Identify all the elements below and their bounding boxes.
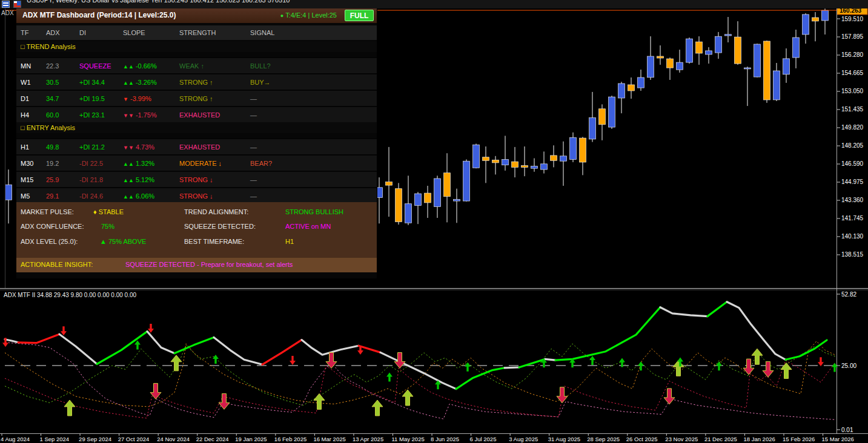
svg-text:19 Jan 2025: 19 Jan 2025 xyxy=(235,436,267,442)
up-signal-arrow-icon xyxy=(638,361,644,370)
dashboard-title: ADX MTF Dashboard (Period:14 | Level:25.… xyxy=(22,11,176,19)
cell-signal: — xyxy=(250,143,257,151)
cell-slope: ▲▲ -3.26% xyxy=(123,79,157,86)
col-header-strength: STRENGTH xyxy=(179,29,216,36)
svg-text:157.895: 157.895 xyxy=(841,33,864,40)
cell-slope: ▼▼ -1.75% xyxy=(123,111,157,119)
up-signal-arrow-icon xyxy=(171,355,182,371)
cell-tf: M30 xyxy=(21,160,33,167)
slope-triangle-icon: ▼ xyxy=(123,96,128,102)
slope-triangle-icon: ▼▼ xyxy=(123,145,134,151)
svg-text:16 Feb 2025: 16 Feb 2025 xyxy=(274,436,306,442)
full-mode-button[interactable]: FULL xyxy=(345,10,374,21)
svg-text:21 Dec 2025: 21 Dec 2025 xyxy=(704,436,737,442)
cell-di: -DI 24.6 xyxy=(79,192,103,200)
dashboard-table-body: □ TREND AnalysisMN22.3SQUEEZE▲▲ -0.66%WE… xyxy=(16,41,377,203)
svg-text:22 Dec 2024: 22 Dec 2024 xyxy=(196,436,229,442)
adx-level-value: ▲ 75% ABOVE xyxy=(100,238,146,245)
svg-text:31 Aug 2025: 31 Aug 2025 xyxy=(548,436,580,442)
up-signal-arrow-icon xyxy=(213,355,219,364)
adx-level-label: ADX LEVEL (25.0): xyxy=(21,238,78,245)
slope-triangle-icon: ▲▲ xyxy=(123,64,134,70)
adx-confluence-label: ADX CONFLUENCE: xyxy=(21,223,84,230)
svg-text:6 Jul 2025: 6 Jul 2025 xyxy=(470,436,497,442)
slope-triangle-icon: ▲▲ xyxy=(123,177,134,183)
cell-slope: ▼▼ 4.73% xyxy=(123,143,154,151)
svg-text:8 Jun 2025: 8 Jun 2025 xyxy=(431,436,459,442)
cell-adx: 25.9 xyxy=(46,176,59,183)
trend-alignment-label: TREND ALIGNMENT: xyxy=(184,208,248,215)
svg-text:28 Sep 2025: 28 Sep 2025 xyxy=(587,436,620,442)
down-signal-arrow-icon xyxy=(148,324,154,333)
chart-title-text: USDJPY, Weekly: US Dollar vs Japanese Ye… xyxy=(27,0,290,4)
svg-text:18 Jan 2026: 18 Jan 2026 xyxy=(743,436,775,442)
svg-text:15 Mar 2026: 15 Mar 2026 xyxy=(822,436,854,442)
status-text: T:4/E:4 | Level:25 xyxy=(285,11,337,19)
up-signal-arrow-icon xyxy=(402,390,413,405)
svg-text:27 Oct 2024: 27 Oct 2024 xyxy=(118,436,150,442)
dashboard-summary-panel: MARKET PULSE: ♦ STABLE ADX CONFLUENCE: 7… xyxy=(16,202,377,258)
cell-adx: 34.7 xyxy=(46,95,59,102)
table-row-m15: M1525.9-DI 21.8▲▲ 5.12%STRONG ↓— xyxy=(16,171,377,187)
cell-di: +DI 19.5 xyxy=(79,95,105,102)
up-signal-arrow-icon xyxy=(314,393,325,409)
svg-text:151.435: 151.435 xyxy=(841,106,864,113)
table-row-m30: M3019.2-DI 22.5▲▲ 1.32%MODERATE ↓BEAR? xyxy=(16,154,377,171)
dashboard-header: ADX MTF Dashboard (Period:14 | Level:25.… xyxy=(16,8,377,23)
section-icon: □ TREND Analysis xyxy=(21,43,76,50)
cell-strength: STRONG ↓ xyxy=(179,192,213,200)
svg-text:143.360: 143.360 xyxy=(841,197,864,203)
col-header-di: DI xyxy=(79,29,86,36)
cell-tf: H4 xyxy=(21,111,29,119)
cell-adx: 60.0 xyxy=(46,111,59,119)
window-title-bar: USDJPY, Weekly: US Dollar vs Japanese Ye… xyxy=(0,0,868,8)
cell-strength: EXHAUSTED xyxy=(179,143,220,151)
cell-strength: MODERATE ↓ xyxy=(179,160,222,167)
svg-text:13 Apr 2025: 13 Apr 2025 xyxy=(353,436,383,442)
cell-signal: BULL? xyxy=(250,62,271,70)
best-timeframe-label: BEST TIMEFRAME: xyxy=(184,238,244,245)
cell-slope: ▼ -3.99% xyxy=(123,95,151,102)
svg-text:154.665: 154.665 xyxy=(841,70,864,76)
subwindow-indicator-label: ADX MTF II 34.88 29.43 9.80 0.00 0.00 0.… xyxy=(4,292,136,298)
chart-window-icon[interactable] xyxy=(13,1,21,8)
svg-text:11 May 2025: 11 May 2025 xyxy=(392,436,425,442)
slope-triangle-icon: ▲▲ xyxy=(123,194,134,200)
cell-strength: WEAK ↑ xyxy=(179,62,204,70)
cell-signal: BUY→ xyxy=(250,79,271,86)
svg-text:140.130: 140.130 xyxy=(841,233,864,240)
cell-tf: W1 xyxy=(21,79,31,86)
adx-confluence-value: 75% xyxy=(101,223,114,230)
table-row-w1: W130.5+DI 34.4▲▲ -3.26%STRONG ↑BUY→ xyxy=(16,73,377,90)
cell-strength: STRONG ↓ xyxy=(179,176,213,183)
col-header-adx: ADX xyxy=(46,29,60,36)
indicator-corner-label: ADX xyxy=(1,10,14,16)
report-table-icon[interactable] xyxy=(2,1,10,8)
adx-mtf-dashboard-panel: ADX MTF Dashboard (Period:14 | Level:25.… xyxy=(16,8,377,278)
cell-signal: — xyxy=(250,95,257,102)
col-header-signal: SIGNAL xyxy=(250,29,274,36)
cell-strength: STRONG ↑ xyxy=(179,95,213,102)
svg-text:16 Mar 2025: 16 Mar 2025 xyxy=(313,436,345,442)
svg-text:15 Feb 2026: 15 Feb 2026 xyxy=(783,436,815,442)
cell-signal: — xyxy=(250,192,257,200)
cell-signal: BEAR? xyxy=(250,160,272,167)
insight-label: ACTIONABLE INSIGHT: xyxy=(21,261,93,268)
svg-text:153.050: 153.050 xyxy=(841,88,864,94)
cell-tf: MN xyxy=(21,62,31,70)
cell-tf: M5 xyxy=(21,192,30,200)
up-signal-arrow-icon xyxy=(386,373,393,382)
svg-text:3 Aug 2025: 3 Aug 2025 xyxy=(509,436,538,442)
cell-adx: 30.5 xyxy=(46,79,59,86)
slope-triangle-icon: ▲▲ xyxy=(123,161,134,167)
down-signal-arrow-icon xyxy=(61,326,67,335)
slope-triangle-icon: ▼▼ xyxy=(123,113,134,119)
svg-text:0.01: 0.01 xyxy=(841,427,853,433)
down-signal-arrow-icon xyxy=(743,359,754,375)
cell-slope: ▲▲ 5.12% xyxy=(123,176,154,183)
svg-text:24 Nov 2024: 24 Nov 2024 xyxy=(157,436,190,442)
col-header-tf: TF xyxy=(21,29,28,36)
up-signal-arrow-icon xyxy=(752,349,763,364)
down-signal-arrow-icon xyxy=(664,389,675,404)
cell-slope: ▲▲ 1.32% xyxy=(123,160,154,167)
